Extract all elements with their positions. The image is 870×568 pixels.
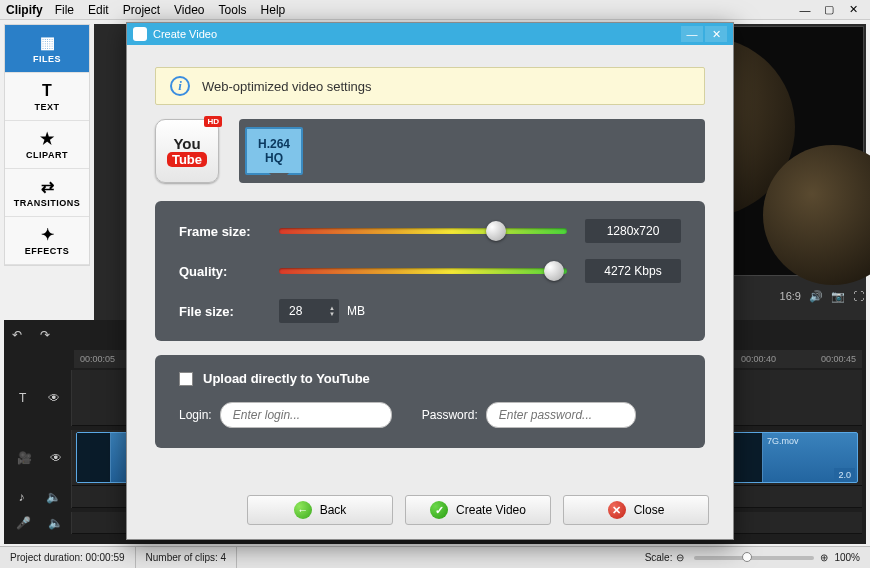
hd-badge: HD [204, 116, 222, 127]
slider-thumb[interactable] [486, 221, 506, 241]
filesize-row: File size: 28 ▲ ▼ MB [179, 299, 681, 323]
filesize-unit: MB [347, 304, 365, 318]
password-input[interactable] [486, 402, 636, 428]
dialog-buttons: ← Back ✓ Create Video ✕ Close [247, 495, 709, 525]
quality-slider[interactable] [279, 263, 567, 279]
dialog-titlebar[interactable]: Create Video — ✕ [127, 23, 733, 45]
close-icon: ✕ [608, 501, 626, 519]
app-window: Clipify File Edit Project Video Tools He… [0, 0, 870, 568]
youtube-you: You [173, 136, 200, 151]
dialog-close-button[interactable]: ✕ [705, 26, 727, 42]
upload-checkbox[interactable] [179, 372, 193, 386]
info-bar: i Web-optimized video settings [155, 67, 705, 105]
back-button[interactable]: ← Back [247, 495, 393, 525]
quality-row: Quality: 4272 Kbps [179, 259, 681, 283]
upload-checkbox-row: Upload directly to YouTube [179, 371, 681, 386]
settings-panel: Frame size: 1280x720 Quality: [155, 201, 705, 341]
quality-label: Quality: [179, 264, 279, 279]
arrow-left-icon: ← [294, 501, 312, 519]
codec-tabs: H.264 HQ [239, 119, 705, 183]
frame-size-slider[interactable] [279, 223, 567, 239]
create-video-dialog: Create Video — ✕ i Web-optimized video s… [126, 22, 734, 540]
login-input[interactable] [220, 402, 392, 428]
info-text: Web-optimized video settings [202, 79, 372, 94]
info-icon: i [170, 76, 190, 96]
upload-label: Upload directly to YouTube [203, 371, 370, 386]
filesize-value: 28 [289, 304, 302, 318]
slider-thumb[interactable] [544, 261, 564, 281]
dialog-minimize-button[interactable]: — [681, 26, 703, 42]
modal-overlay: Create Video — ✕ i Web-optimized video s… [0, 0, 870, 568]
password-label: Password: [422, 408, 478, 422]
youtube-badge: HD You Tube [155, 119, 219, 183]
check-icon: ✓ [430, 501, 448, 519]
login-label: Login: [179, 408, 212, 422]
stepper-down-icon[interactable]: ▼ [329, 311, 335, 317]
frame-size-label: Frame size: [179, 224, 279, 239]
upload-panel: Upload directly to YouTube Login: Passwo… [155, 355, 705, 448]
frame-size-value: 1280x720 [585, 219, 681, 243]
dialog-title-text: Create Video [153, 28, 217, 40]
quality-value: 4272 Kbps [585, 259, 681, 283]
youtube-tube: Tube [167, 152, 207, 167]
credentials-row: Login: Password: [179, 402, 681, 428]
create-video-confirm-button[interactable]: ✓ Create Video [405, 495, 551, 525]
frame-size-row: Frame size: 1280x720 [179, 219, 681, 243]
filesize-label: File size: [179, 304, 279, 319]
close-dialog-button[interactable]: ✕ Close [563, 495, 709, 525]
format-row: HD You Tube H.264 HQ [155, 119, 705, 183]
codec-h264-hq[interactable]: H.264 HQ [245, 127, 303, 175]
dialog-icon [133, 27, 147, 41]
filesize-stepper[interactable]: 28 ▲ ▼ [279, 299, 339, 323]
dialog-body: i Web-optimized video settings HD You Tu… [127, 45, 733, 460]
